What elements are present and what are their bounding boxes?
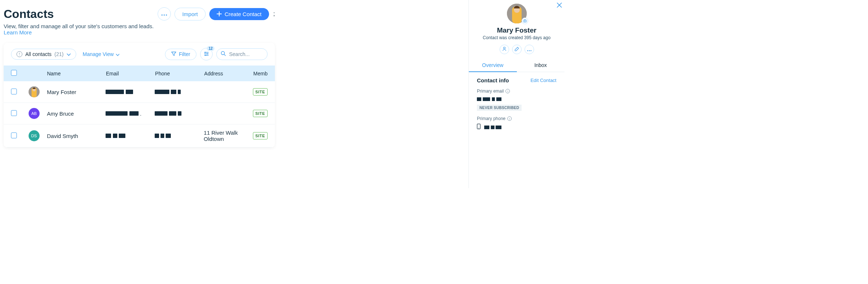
filter-chip-all-contacts[interactable]: ! All contacts (21) xyxy=(11,49,76,60)
manage-view-label: Manage View xyxy=(83,51,114,57)
chevron-down-icon xyxy=(67,51,71,57)
table-row[interactable]: AB Amy Bruce . SITE xyxy=(4,103,275,124)
more-actions-button[interactable] xyxy=(158,7,171,20)
create-btn-label: Create Contact xyxy=(225,11,262,17)
svg-point-18 xyxy=(529,50,529,51)
svg-point-21 xyxy=(478,128,479,128)
row-phone-redacted xyxy=(155,133,204,139)
panel-header: Mary Foster Contact was created 395 days… xyxy=(469,0,564,54)
row-checkbox[interactable] xyxy=(11,132,17,138)
svg-point-16 xyxy=(503,47,505,49)
table-row[interactable]: DS David Smyth 11 River Walk Oldtown SIT… xyxy=(4,124,275,147)
plus-icon xyxy=(217,11,222,16)
row-name: Amy Bruce xyxy=(43,111,106,117)
header-phone[interactable]: Phone xyxy=(155,71,204,76)
row-phone-redacted xyxy=(155,89,204,95)
ellipsis-icon xyxy=(527,47,532,52)
header-address[interactable]: Address xyxy=(204,71,253,76)
row-email-redacted: . xyxy=(106,111,155,117)
page-subtitle: View, filter and manage all of your site… xyxy=(4,23,158,36)
member-badge: SITE xyxy=(253,88,268,96)
tab-inbox[interactable]: Inbox xyxy=(517,59,565,72)
ellipsis-icon xyxy=(161,11,167,17)
avatar: AB xyxy=(29,108,40,119)
sliders-icon xyxy=(204,52,209,57)
row-email-redacted xyxy=(106,89,155,95)
table-container: ! All contacts (21) Manage View xyxy=(4,43,275,147)
info-icon[interactable]: i xyxy=(505,89,510,93)
svg-point-14 xyxy=(524,20,525,22)
table-row[interactable]: Mary Foster SITE xyxy=(4,81,275,103)
panel-body: Contact info Edit Contact Primary email … xyxy=(469,72,564,135)
learn-more-link[interactable]: Learn More xyxy=(4,29,32,36)
label-text: Primary email xyxy=(477,89,504,94)
page-header: Contacts View, filter and manage all of … xyxy=(4,7,275,36)
funnel-icon xyxy=(171,51,176,57)
row-name: David Smyth xyxy=(43,133,106,139)
manage-view-link[interactable]: Manage View xyxy=(83,51,120,57)
row-name: Mary Foster xyxy=(43,89,106,95)
title-area: Contacts View, filter and manage all of … xyxy=(4,7,158,36)
mobile-icon xyxy=(477,124,481,130)
info-icon[interactable]: i xyxy=(507,116,512,121)
person-action-button[interactable] xyxy=(500,45,509,54)
close-icon[interactable] xyxy=(556,1,562,10)
pencil-icon xyxy=(515,47,519,52)
svg-point-4 xyxy=(207,53,208,54)
main-content: Contacts View, filter and manage all of … xyxy=(0,0,275,147)
toolbar-left: ! All contacts (21) Manage View xyxy=(11,49,119,60)
page-title: Contacts xyxy=(4,7,158,21)
contact-side-panel: Mary Foster Contact was created 395 days… xyxy=(468,0,564,188)
header-member[interactable]: Memb xyxy=(253,71,268,76)
svg-rect-15 xyxy=(524,19,526,20)
toolbar-right: Filter 12 xyxy=(165,48,268,60)
search-wrap xyxy=(216,48,268,60)
column-settings-wrap: 12 xyxy=(200,48,213,60)
svg-point-5 xyxy=(205,55,206,56)
header-name[interactable]: Name xyxy=(43,71,106,76)
chip-label: All contacts xyxy=(25,51,52,57)
svg-point-2 xyxy=(166,14,167,15)
table-header: Name Email Phone Address Memb xyxy=(4,66,275,81)
create-contact-button[interactable]: Create Contact xyxy=(209,8,269,20)
row-checkbox[interactable] xyxy=(11,89,17,94)
panel-contact-subtext: Contact was created 395 days ago xyxy=(483,35,551,40)
avatar: DS xyxy=(29,130,40,141)
select-all-checkbox[interactable] xyxy=(11,70,17,76)
edit-action-button[interactable] xyxy=(512,45,522,54)
contact-info-title: Contact info xyxy=(477,77,509,83)
member-badge: SITE xyxy=(253,132,268,139)
svg-point-0 xyxy=(162,14,163,15)
primary-email-value-redacted xyxy=(477,95,556,102)
member-badge: SITE xyxy=(253,110,268,117)
row-checkbox[interactable] xyxy=(11,110,17,116)
primary-phone-label: Primary phone i xyxy=(477,116,556,121)
camera-icon[interactable] xyxy=(522,18,528,24)
subscription-badge: NEVER SUBSCRIBED xyxy=(477,105,522,111)
svg-point-6 xyxy=(221,52,225,55)
more-action-button[interactable] xyxy=(525,45,534,54)
tab-overview[interactable]: Overview xyxy=(469,59,517,72)
header-actions: Import Create Contact ; xyxy=(158,7,275,20)
filter-label: Filter xyxy=(179,51,190,57)
alert-icon: ! xyxy=(16,51,22,57)
import-button[interactable]: Import xyxy=(174,8,206,20)
svg-point-19 xyxy=(530,50,531,51)
filter-button[interactable]: Filter xyxy=(165,49,196,60)
chevron-down-icon xyxy=(116,51,119,57)
person-icon xyxy=(502,46,507,52)
label-text: Primary phone xyxy=(477,116,505,121)
row-address: 11 River Walk Oldtown xyxy=(204,130,253,142)
primary-phone-row xyxy=(477,123,556,130)
chip-count: (21) xyxy=(55,51,64,57)
subtitle-text: View, filter and manage all of your site… xyxy=(4,23,154,29)
header-email[interactable]: Email xyxy=(106,71,155,76)
panel-contact-name: Mary Foster xyxy=(497,26,537,34)
svg-point-3 xyxy=(205,52,206,53)
stray-semicolon: ; xyxy=(273,11,275,17)
svg-point-17 xyxy=(527,50,528,51)
col-check xyxy=(11,70,29,77)
edit-contact-link[interactable]: Edit Contact xyxy=(530,78,556,83)
phone-value-redacted xyxy=(484,123,501,130)
primary-email-label: Primary email i xyxy=(477,89,556,94)
